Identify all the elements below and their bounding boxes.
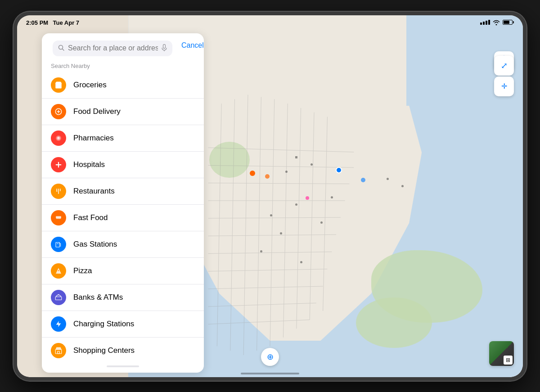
category-icon-banks-atms [51,290,66,305]
category-label-pharmacies: Pharmacies [73,134,114,143]
svg-line-17 [208,286,323,289]
search-bar-row: Cancel [42,33,204,58]
svg-line-16 [208,269,328,271]
map-zoom-controls: ⤢ ✛ [494,56,514,96]
category-item-pizza[interactable]: Pizza [42,258,204,284]
svg-line-5 [283,104,288,338]
svg-line-7 [310,112,314,320]
category-item-charging-stations[interactable]: Charging Stations [42,311,204,338]
svg-line-4 [270,99,274,346]
category-list: GroceriesFood Delivery+PharmaciesHospita… [42,72,204,364]
status-date: Tue Apr 7 [53,19,80,26]
category-icon-hospitals [51,157,66,172]
svg-rect-35 [56,217,61,218]
category-label-banks-atms: Banks & ATMs [73,293,123,302]
satellite-icon-wrap: ⊞ [504,356,513,365]
category-icon-gas-stations [51,237,66,252]
map-dot-1 [295,156,297,158]
satellite-icon: ⊞ [506,357,510,363]
svg-line-0 [217,104,221,346]
screen: 2:05 PM Tue Apr 7 [17,15,523,377]
search-nearby-label: Search Nearby [42,58,204,72]
status-right [480,20,514,25]
wifi-icon [493,20,500,25]
svg-line-11 [208,183,350,184]
category-label-pizza: Pizza [73,266,92,275]
map-dot-7 [295,203,297,206]
category-label-groceries: Groceries [73,81,107,90]
status-left: 2:05 PM Tue Apr 7 [26,18,79,27]
category-item-food-delivery[interactable]: Food Delivery [42,99,204,125]
status-time: 2:05 PM [26,19,48,26]
map-marker-orange-2 [265,174,270,179]
svg-line-8 [323,117,328,311]
map-dot-6 [331,196,333,198]
satellite-preview: ⊞ [489,341,514,366]
category-label-restaurants: Restaurants [73,187,115,196]
svg-line-15 [208,252,332,253]
category-icon-restaurants [51,184,66,199]
map-dot-3 [285,171,288,173]
category-item-fast-food[interactable]: Fast Food [42,205,204,231]
svg-rect-37 [56,216,61,217]
category-icon-pizza [51,263,66,279]
map-expand-button[interactable]: ⤢ [494,56,514,76]
svg-line-18 [208,303,316,306]
svg-line-3 [257,97,261,351]
search-panel: Cancel Search Nearby GroceriesFood Deliv… [42,33,204,373]
category-icon-pharmacies: + [51,131,66,146]
category-item-pharmacies[interactable]: +Pharmacies [42,125,204,152]
svg-rect-43 [55,349,62,353]
category-item-restaurants[interactable]: Restaurants [42,178,204,205]
category-label-charging-stations: Charging Stations [73,320,134,329]
category-label-fast-food: Fast Food [73,213,108,222]
mic-icon[interactable] [162,44,167,53]
svg-line-13 [208,217,341,218]
map-compass-button[interactable]: ✛ [494,77,514,96]
compass-icon: ✛ [501,82,507,90]
svg-line-21 [63,49,64,50]
search-input[interactable] [68,44,158,52]
svg-rect-36 [56,218,61,219]
search-icon [58,45,64,52]
svg-line-6 [297,108,301,328]
search-bar[interactable] [53,41,172,56]
category-icon-groceries [51,77,66,93]
status-bar: 2:05 PM Tue Apr 7 [17,15,523,30]
category-item-groceries[interactable]: Groceries [42,72,204,99]
cancel-button[interactable]: Cancel [178,38,204,53]
signal-icon [480,20,490,25]
battery-icon [503,20,514,25]
location-pin-icon: ⊕ [267,352,274,362]
category-label-shopping-centers: Shopping Centers [73,346,135,355]
svg-rect-44 [58,351,60,353]
home-indicator [241,373,299,374]
category-label-hospitals: Hospitals [73,160,105,169]
svg-point-40 [58,270,59,271]
map-satellite-toggle[interactable]: ⊞ [489,341,514,366]
current-location-button[interactable]: ⊕ [261,348,279,366]
category-icon-shopping-centers [51,343,66,358]
svg-line-2 [243,95,248,355]
scroll-indicator [107,365,139,367]
map-dot-11 [260,250,262,252]
category-icon-charging-stations [51,316,66,332]
category-item-hospitals[interactable]: Hospitals [42,152,204,178]
expand-icon: ⤢ [501,61,508,71]
svg-line-1 [230,99,235,351]
map-marker-pink [306,196,309,200]
category-icon-fast-food [51,210,66,225]
svg-rect-22 [163,44,166,48]
svg-text:+: + [57,136,59,140]
svg-rect-38 [56,242,59,247]
category-label-food-delivery: Food Delivery [73,107,121,116]
category-item-banks-atms[interactable]: Banks & ATMs [42,284,204,311]
svg-line-19 [208,320,310,324]
category-icon-food-delivery [51,104,66,119]
category-label-gas-stations: Gas Stations [73,240,117,249]
svg-rect-41 [55,297,62,300]
category-item-shopping-centers[interactable]: Shopping Centers [42,338,204,364]
map-dot-4 [387,178,389,180]
svg-line-9 [208,148,354,152]
category-item-gas-stations[interactable]: Gas Stations [42,231,204,258]
